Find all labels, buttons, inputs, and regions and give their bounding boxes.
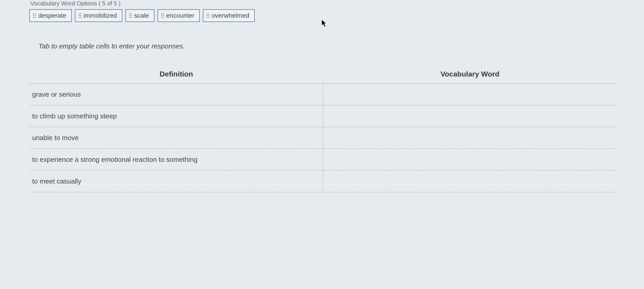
- vocab-word-cell[interactable]: [323, 127, 617, 149]
- drag-handle-icon: [129, 13, 132, 18]
- header-definition: Definition: [30, 66, 323, 83]
- vocab-table: Definition Vocabulary Word grave or seri…: [30, 66, 617, 192]
- definition-cell: to climb up something steep: [30, 105, 323, 127]
- word-chip-label: encounter: [166, 12, 194, 19]
- word-chip[interactable]: immobilized: [75, 9, 122, 22]
- drag-handle-icon: [33, 13, 36, 18]
- word-chip-label: immobilized: [84, 12, 117, 19]
- table-row: unable to move: [30, 127, 617, 149]
- word-chip-label: overwhelmed: [212, 12, 249, 19]
- definition-cell: to meet casually: [30, 170, 323, 192]
- word-chip-label: desperate: [38, 12, 66, 19]
- word-options-row: desperate immobilized scale encounter ov…: [30, 9, 617, 22]
- definition-cell: grave or serious: [30, 83, 323, 105]
- word-chip[interactable]: encounter: [158, 9, 200, 22]
- word-chip[interactable]: scale: [126, 9, 154, 22]
- vocab-word-cell[interactable]: [323, 83, 617, 105]
- word-chip-label: scale: [134, 12, 149, 19]
- word-chip[interactable]: desperate: [30, 9, 72, 22]
- table-row: to climb up something steep: [30, 105, 617, 127]
- definition-cell: to experience a strong emotional reactio…: [30, 149, 323, 170]
- vocab-word-cell[interactable]: [323, 149, 617, 170]
- definition-cell: unable to move: [30, 127, 323, 149]
- drag-handle-icon: [206, 13, 209, 18]
- drag-handle-icon: [78, 13, 81, 18]
- table-row: to meet casually: [30, 170, 617, 192]
- header-vocab-word: Vocabulary Word: [323, 66, 617, 83]
- options-heading: Vocabulary Word Options ( 5 of 5 ): [30, 0, 617, 7]
- instructions-text: Tab to empty table cells to enter your r…: [30, 42, 617, 50]
- vocab-word-cell[interactable]: [323, 170, 617, 192]
- word-chip[interactable]: overwhelmed: [203, 9, 255, 22]
- drag-handle-icon: [161, 13, 164, 18]
- table-row: grave or serious: [30, 83, 617, 105]
- vocab-word-cell[interactable]: [323, 105, 617, 127]
- table-row: to experience a strong emotional reactio…: [30, 149, 617, 170]
